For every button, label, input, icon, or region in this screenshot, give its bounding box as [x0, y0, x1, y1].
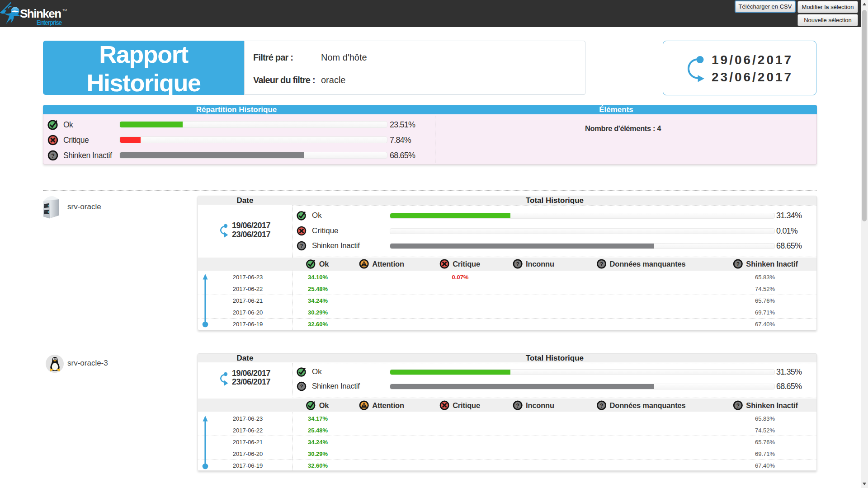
svg-text:?: ? [516, 403, 519, 409]
svg-text:?: ? [51, 153, 55, 159]
svg-text:?: ? [736, 261, 740, 267]
svg-text:Enterprise: Enterprise [37, 19, 62, 26]
svg-text:?: ? [300, 243, 303, 249]
svg-text:Shinken: Shinken [20, 7, 61, 20]
svg-text:?: ? [736, 403, 740, 409]
svg-text:?: ? [600, 403, 603, 409]
svg-text:?: ? [300, 384, 303, 389]
svg-text:?: ? [516, 261, 519, 267]
svg-text:?: ? [600, 261, 603, 267]
svg-text:TM: TM [62, 9, 67, 12]
